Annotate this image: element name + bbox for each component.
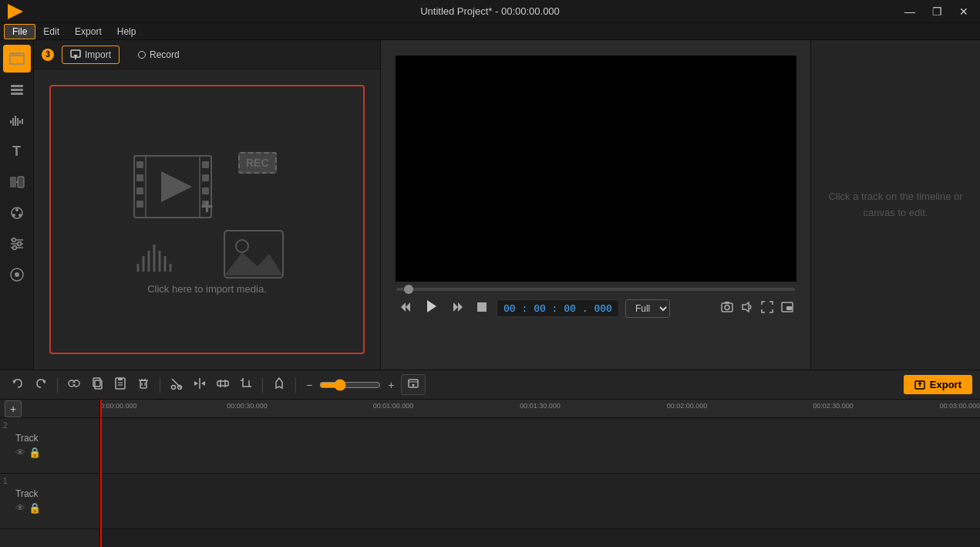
svg-rect-36 xyxy=(136,174,143,181)
properties-panel: Click a track on the timeline or canvas … xyxy=(810,40,980,370)
svg-rect-6 xyxy=(11,89,23,91)
menu-bar: File Edit Export Help xyxy=(0,23,980,40)
effects-icon xyxy=(8,204,25,221)
track-1-visibility-icon[interactable]: 👁 xyxy=(15,502,25,514)
export-settings-icon xyxy=(408,378,419,389)
play-button[interactable] xyxy=(421,297,443,319)
redo-icon xyxy=(35,377,47,390)
ruler-tick-2m30s: 00:02:30.000 xyxy=(813,402,854,410)
export-button[interactable]: Export xyxy=(904,375,972,394)
transitions-icon xyxy=(8,174,25,191)
record-button[interactable]: Record xyxy=(127,46,190,63)
record-dot-icon xyxy=(138,51,146,59)
svg-point-24 xyxy=(12,238,15,242)
title-bar-left xyxy=(8,4,23,19)
playback-controls: 00 : 00 : 00 . 000 Full 1/2 1/4 xyxy=(396,297,795,319)
step-forward-button[interactable] xyxy=(449,299,467,318)
volume-button[interactable] xyxy=(739,299,755,317)
svg-rect-40 xyxy=(202,174,209,181)
trim-icon xyxy=(217,377,229,390)
maximize-button[interactable]: ❐ xyxy=(928,4,946,19)
crop-button[interactable] xyxy=(236,375,256,394)
track-2-icons: 👁 🔒 xyxy=(15,447,95,458)
sidebar-item-tags[interactable] xyxy=(3,261,31,289)
time-display: 00 : 00 : 00 . 000 xyxy=(497,299,619,317)
settings-export-button[interactable] xyxy=(401,374,426,395)
split-button[interactable] xyxy=(190,375,210,394)
minimize-button[interactable]: — xyxy=(901,4,919,19)
rec-label: REC xyxy=(238,152,277,174)
trim-button[interactable] xyxy=(213,375,233,394)
properties-hint: Click a track on the timeline or canvas … xyxy=(813,174,978,237)
sidebar-item-effects[interactable] xyxy=(3,199,31,227)
playhead-line xyxy=(100,418,102,547)
zoom-slider[interactable] xyxy=(319,379,381,391)
menu-file[interactable]: File xyxy=(4,24,35,39)
content-area: 3 Import Record xyxy=(34,40,980,370)
svg-marker-56 xyxy=(427,300,436,312)
step-back-button[interactable] xyxy=(396,299,415,318)
sidebar-item-text[interactable]: T xyxy=(3,137,31,165)
plus-icon: + xyxy=(200,194,213,219)
import-button[interactable]: Import xyxy=(62,46,120,64)
svg-marker-84 xyxy=(194,381,198,386)
close-button[interactable]: ✕ xyxy=(955,4,972,19)
track-2-row[interactable] xyxy=(100,418,980,474)
toolbar-separator-3 xyxy=(262,377,263,393)
detach-audio-button[interactable] xyxy=(64,375,84,394)
snapshot-button[interactable] xyxy=(719,299,735,317)
stop-button[interactable] xyxy=(473,300,490,317)
track-1-lock-icon[interactable]: 🔒 xyxy=(29,502,41,514)
delete-button[interactable] xyxy=(133,375,153,394)
scrubber[interactable] xyxy=(396,288,795,291)
zoom-in-button[interactable]: + xyxy=(384,376,398,393)
track-1-name: Track xyxy=(15,488,95,499)
redo-button[interactable] xyxy=(31,375,51,394)
svg-marker-54 xyxy=(401,302,406,312)
media-tabs: 3 Import Record xyxy=(34,40,380,69)
copy-attributes-button[interactable] xyxy=(87,375,107,394)
paste-attr-icon xyxy=(114,377,126,390)
sidebar-item-media[interactable] xyxy=(3,45,31,73)
sidebar-item-transitions[interactable] xyxy=(3,168,31,196)
svg-marker-63 xyxy=(743,302,749,312)
undo-button[interactable] xyxy=(8,375,28,394)
paste-attributes-button[interactable] xyxy=(110,375,130,394)
sidebar-item-layers[interactable] xyxy=(3,76,31,103)
timeline-body: + 2 Track 👁 🔒 1 Track 👁 🔒 xyxy=(0,400,980,547)
snapshot-icon xyxy=(721,301,733,313)
audio-wave-icon xyxy=(134,221,180,275)
pip-button[interactable] xyxy=(780,299,795,317)
timeline-toolbar: − + Export xyxy=(0,370,980,400)
layers-icon xyxy=(8,81,25,98)
svg-marker-58 xyxy=(458,302,463,312)
zoom-out-button[interactable]: − xyxy=(302,376,316,393)
menu-export[interactable]: Export xyxy=(67,25,109,39)
timeline-ruler[interactable]: 0:00:00.000 00:00:30.000 00:01:00.000 00… xyxy=(100,400,980,418)
step-forward-icon xyxy=(452,301,464,313)
track-1-row[interactable] xyxy=(100,474,980,529)
media-drop-zone[interactable]: REC xyxy=(49,85,365,354)
ruler-tick-3m: 00:03:00.000 xyxy=(939,402,980,410)
svg-rect-86 xyxy=(217,381,228,386)
cut-button[interactable] xyxy=(167,375,187,394)
quality-select[interactable]: Full 1/2 1/4 xyxy=(625,299,670,318)
track-2-name: Track xyxy=(15,433,95,444)
add-track-button[interactable]: + xyxy=(5,400,22,417)
svg-marker-0 xyxy=(8,4,23,19)
track-2-lock-icon[interactable]: 🔒 xyxy=(29,447,41,458)
filters-icon xyxy=(8,235,25,252)
ruler-tick-1m: 00:01:00.000 xyxy=(373,402,414,410)
menu-edit[interactable]: Edit xyxy=(35,25,67,39)
marker-button[interactable] xyxy=(269,375,289,394)
stop-icon xyxy=(477,302,487,312)
track-2-visibility-icon[interactable]: 👁 xyxy=(15,447,25,458)
sidebar-item-audio[interactable] xyxy=(3,106,31,134)
svg-marker-89 xyxy=(276,378,282,388)
sidebar-item-filters[interactable] xyxy=(3,230,31,258)
fullscreen-button[interactable] xyxy=(759,299,775,317)
detach-icon xyxy=(68,377,80,390)
track-1-icons: 👁 🔒 xyxy=(15,502,95,514)
svg-rect-38 xyxy=(136,201,143,208)
menu-help[interactable]: Help xyxy=(109,25,144,39)
